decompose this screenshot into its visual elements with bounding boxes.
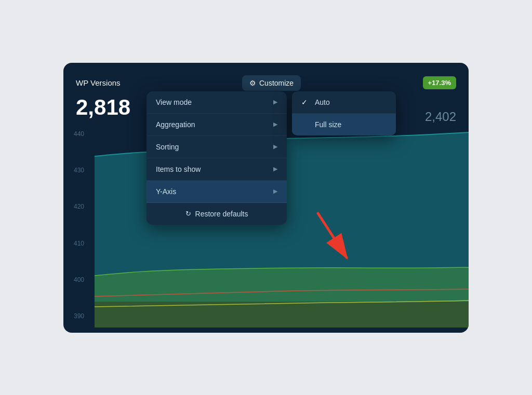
restore-label: Restore defaults <box>195 210 248 218</box>
chevron-right-icon: ▶ <box>273 188 277 195</box>
menu-item-aggregation[interactable]: Aggregation ▶ <box>147 114 287 136</box>
restore-defaults-button[interactable]: ↻ Restore defaults <box>147 203 287 225</box>
customize-button[interactable]: ⚙ Customize <box>242 75 301 91</box>
menu-item-y-axis[interactable]: Y-Axis ▶ <box>147 181 287 203</box>
customize-label: Customize <box>259 79 294 87</box>
y-label: 400 <box>74 276 84 283</box>
y-label: 420 <box>74 203 84 210</box>
menu-item-label: View mode <box>156 98 192 106</box>
menu-item-label: Aggregation <box>156 120 195 129</box>
checkmark-icon: ✓ <box>301 98 310 106</box>
menu-item-items-to-show[interactable]: Items to show ▶ <box>147 158 287 181</box>
submenu-item-auto[interactable]: ✓ Auto <box>292 91 396 114</box>
menu-item-label: Items to show <box>156 165 201 173</box>
change-badge: +17.3% <box>423 76 456 89</box>
y-label: 430 <box>74 167 84 174</box>
menu-item-label: Y-Axis <box>156 187 176 196</box>
customize-dropdown: View mode ▶ Aggregation ▶ Sorting ▶ Item… <box>147 91 287 225</box>
y-label: 440 <box>74 130 84 138</box>
card-title: WP Versions <box>76 78 121 87</box>
submenu-item-label: Auto <box>315 98 330 106</box>
y-label: 410 <box>74 240 84 247</box>
chevron-right-icon: ▶ <box>273 99 277 105</box>
submenu-item-full-size[interactable]: Full size <box>292 114 396 135</box>
menu-item-sorting[interactable]: Sorting ▶ <box>147 136 287 158</box>
y-axis-submenu: ✓ Auto Full size <box>292 91 396 135</box>
card-header: WP Versions ⚙ Customize +17.3% <box>76 75 456 91</box>
chevron-right-icon: ▶ <box>273 143 277 150</box>
chevron-right-icon: ▶ <box>273 121 277 128</box>
submenu-item-label: Full size <box>315 120 341 129</box>
gear-icon: ⚙ <box>249 79 256 87</box>
main-card: 440 430 420 410 400 390 WP Versions ⚙ Cu… <box>63 63 469 333</box>
y-axis-labels: 440 430 420 410 400 390 <box>74 130 84 320</box>
secondary-number: 2,402 <box>425 110 456 124</box>
menu-item-label: Sorting <box>156 143 179 151</box>
restore-icon: ↻ <box>185 210 191 217</box>
menu-item-view-mode[interactable]: View mode ▶ <box>147 91 287 114</box>
y-label: 390 <box>74 312 84 320</box>
chevron-right-icon: ▶ <box>273 166 277 172</box>
